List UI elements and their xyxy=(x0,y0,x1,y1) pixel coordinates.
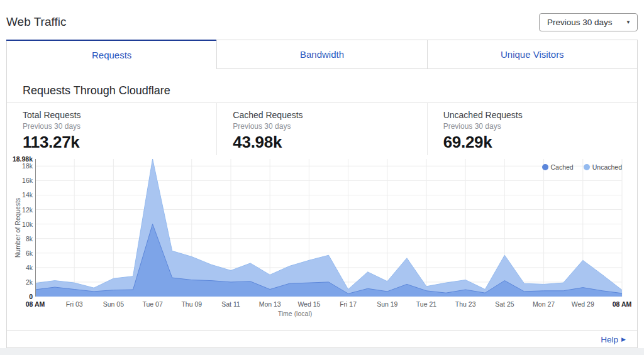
tab-requests[interactable]: Requests xyxy=(7,40,216,69)
x-axis-tick-label: Sun 05 xyxy=(91,300,135,308)
y-axis-tick-label: 18k xyxy=(7,162,33,170)
stat-uncached-requests: Uncached Requests Previous 30 days 69.29… xyxy=(427,103,637,155)
y-axis-tick-label: 12k xyxy=(7,206,33,214)
legend-label: Cached xyxy=(551,163,574,171)
series-dot-icon xyxy=(542,164,548,170)
y-axis-tick-label: 16k xyxy=(7,177,33,184)
x-axis-tick-label: Fri 17 xyxy=(326,300,370,308)
page-background-strip xyxy=(0,348,644,355)
page-title: Web Traffic xyxy=(6,15,66,29)
x-axis-tick-label: 08 AM xyxy=(13,300,57,308)
y-axis-tick-label: 14k xyxy=(7,191,33,199)
section-title: Requests Through Cloudflare xyxy=(7,69,637,103)
x-axis-tick-label: Tue 07 xyxy=(131,300,175,308)
x-axis-tick-label: Wed 29 xyxy=(561,300,605,308)
y-axis-tick-label: 4k xyxy=(7,264,33,271)
help-link[interactable]: Help ▶ xyxy=(601,335,626,344)
web-traffic-card: Requests Bandwidth Unique Visitors Reque… xyxy=(6,40,638,348)
y-axis-title: Number of Requests xyxy=(14,183,21,271)
cached-series-line xyxy=(35,224,622,294)
card-footer: Help ▶ xyxy=(7,330,637,347)
stat-period: Previous 30 days xyxy=(443,122,637,131)
caret-right-icon: ▶ xyxy=(621,337,626,342)
series-dot-icon xyxy=(584,164,590,170)
stat-label: Total Requests xyxy=(23,110,216,120)
tab-label: Requests xyxy=(92,50,131,60)
x-axis-tick-label: Sat 11 xyxy=(209,300,253,308)
y-axis-tick-label: 0 xyxy=(7,293,33,300)
stat-label: Uncached Requests xyxy=(443,110,637,120)
legend-item-uncached[interactable]: Uncached xyxy=(584,163,622,171)
x-axis-tick-label: Tue 21 xyxy=(404,300,448,308)
range-selector-value: Previous 30 days xyxy=(547,18,613,27)
legend-item-cached[interactable]: Cached xyxy=(542,163,574,171)
stat-period: Previous 30 days xyxy=(233,122,426,131)
y-axis-tick-label: 8k xyxy=(7,235,33,243)
y-axis-tick-label: 6k xyxy=(7,249,33,257)
chart-plot-area xyxy=(35,159,622,297)
y-axis-tick-label: 2k xyxy=(7,278,33,286)
tab-label: Unique Visitors xyxy=(501,49,564,60)
y-axis-tick-label: 10k xyxy=(7,221,33,228)
stat-cached-requests: Cached Requests Previous 30 days 43.98k xyxy=(216,103,426,155)
stat-label: Cached Requests xyxy=(233,110,426,120)
x-axis-title: Time (local) xyxy=(251,310,339,317)
tab-bandwidth[interactable]: Bandwidth xyxy=(216,40,426,69)
x-axis-tick-label: Sun 19 xyxy=(365,300,409,308)
tab-bar: Requests Bandwidth Unique Visitors xyxy=(7,40,637,69)
range-selector[interactable]: Previous 30 days ▼ xyxy=(539,13,638,31)
stat-value: 43.98k xyxy=(233,133,426,152)
x-axis-tick-label: Sat 25 xyxy=(482,300,526,308)
chevron-down-icon: ▼ xyxy=(626,20,631,25)
stat-total-requests: Total Requests Previous 30 days 113.27k xyxy=(7,103,216,155)
x-axis-tick-label: Thu 23 xyxy=(443,300,487,308)
stat-period: Previous 30 days xyxy=(23,122,216,131)
x-axis-tick-label: Mon 13 xyxy=(248,300,292,308)
x-axis-tick-label: Thu 09 xyxy=(170,300,214,308)
tab-unique-visitors[interactable]: Unique Visitors xyxy=(427,40,637,69)
stat-value: 69.29k xyxy=(443,133,637,152)
cached-area-series xyxy=(35,224,622,297)
x-axis-tick-label: 08 AM xyxy=(600,300,644,308)
uncached-series-line xyxy=(35,159,622,290)
y-axis-tick-label: 18.98k xyxy=(7,155,33,163)
x-axis-tick-label: Wed 15 xyxy=(287,300,331,308)
legend-label: Uncached xyxy=(592,163,622,171)
x-axis-tick-label: Mon 27 xyxy=(522,300,566,308)
uncached-area-series xyxy=(35,159,622,297)
help-label: Help xyxy=(601,335,618,344)
chart-legend: CachedUncached xyxy=(542,163,622,171)
x-axis-tick-label: Fri 03 xyxy=(52,300,96,308)
stat-value: 113.27k xyxy=(23,133,216,152)
stats-row: Total Requests Previous 30 days 113.27k … xyxy=(7,103,637,155)
tab-label: Bandwidth xyxy=(300,49,344,60)
